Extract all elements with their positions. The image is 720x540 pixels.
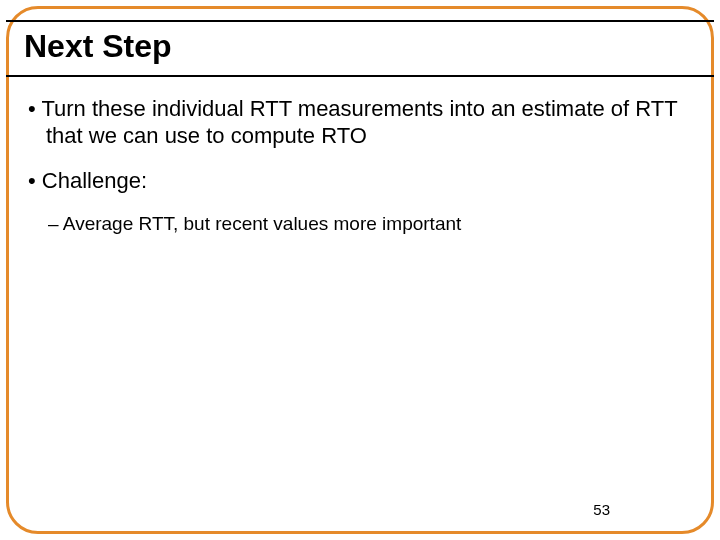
bullet-item: Challenge: bbox=[28, 168, 692, 195]
slide-border bbox=[6, 6, 714, 534]
page-number: 53 bbox=[593, 501, 610, 518]
content-area: Turn these individual RTT measurements i… bbox=[28, 96, 692, 236]
sub-bullet-item: Average RTT, but recent values more impo… bbox=[28, 212, 692, 236]
slide-title: Next Step bbox=[24, 28, 696, 65]
title-container: Next Step bbox=[6, 20, 714, 77]
bullet-item: Turn these individual RTT measurements i… bbox=[28, 96, 692, 150]
